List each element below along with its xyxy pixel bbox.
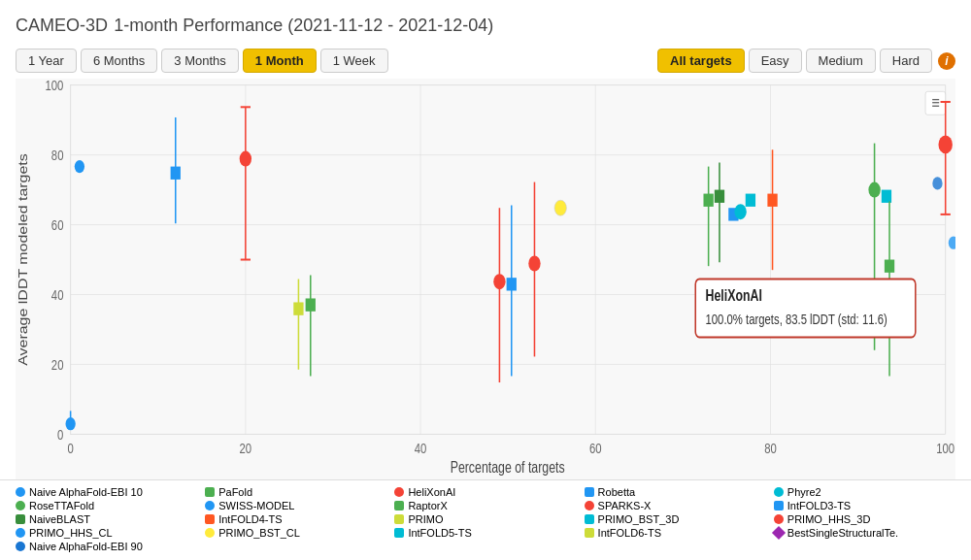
svg-point-43 — [493, 274, 505, 289]
time-btn-1month[interactable]: 1 Month — [243, 49, 317, 73]
target-button-group: All targets Easy Medium Hard i — [657, 49, 955, 73]
legend-color-raptorx — [394, 501, 404, 511]
legend-color-intfold6 — [585, 528, 594, 538]
legend-item-primo-bst3d: PRIMO_BST_3D — [585, 513, 766, 525]
legend-item-phyre2: Phyre2 — [774, 486, 955, 498]
legend-color-sparksx — [585, 501, 594, 511]
legend-color-helixon — [394, 487, 404, 497]
svg-rect-62 — [885, 260, 894, 273]
legend-color-primo-hhs3d — [774, 514, 784, 524]
time-btn-1year[interactable]: 1 Year — [16, 49, 77, 73]
legend-color-pafold — [205, 487, 215, 497]
svg-rect-45 — [507, 278, 517, 290]
app-name: CAMEO-3D — [16, 16, 108, 35]
time-btn-6months[interactable]: 6 Months — [81, 49, 157, 73]
svg-text:20: 20 — [51, 356, 64, 373]
legend-label-primo-bst3d: PRIMO_BST_3D — [598, 513, 680, 525]
legend-label-sparksx: SPARKS-X — [598, 500, 652, 511]
legend-item-bestsingle: BestSingleStructuralTe. — [774, 527, 955, 539]
legend-item-naivelblast: NaiveBLAST — [16, 513, 197, 525]
legend-item-primo-hhs3d: PRIMO_HHS_3D — [774, 513, 955, 525]
svg-rect-41 — [306, 298, 316, 311]
target-btn-medium[interactable]: Medium — [806, 49, 876, 73]
svg-rect-0 — [71, 85, 946, 435]
svg-point-47 — [528, 256, 540, 272]
legend-item-sparksx: SPARKS-X — [585, 500, 766, 511]
legend-label-bestsingle: BestSingleStructuralTe. — [787, 527, 898, 539]
legend-label-swissmodel: SWISS-MODEL — [218, 500, 294, 511]
legend-label-raptorx: RaptorX — [408, 500, 447, 511]
svg-rect-32 — [171, 167, 181, 180]
legend-label-primo: PRIMO — [408, 513, 443, 525]
legend-label-primo-hhs3d: PRIMO_HHS_3D — [787, 513, 871, 525]
target-btn-hard[interactable]: Hard — [880, 49, 932, 73]
svg-text:60: 60 — [589, 441, 602, 457]
svg-text:40: 40 — [51, 286, 64, 303]
svg-point-33 — [75, 160, 84, 173]
legend-label-rosettafold: RoseTTAFold — [29, 500, 94, 511]
legend-color-intfold5 — [394, 528, 404, 538]
time-btn-3months[interactable]: 3 Months — [161, 49, 238, 73]
svg-text:Average lDDT modeled targets: Average lDDT modeled targets — [17, 153, 30, 366]
chart-area: 100 80 60 40 20 0 0 20 40 60 80 100 Perc… — [16, 79, 955, 479]
chart-svg: 100 80 60 40 20 0 0 20 40 60 80 100 Perc… — [16, 79, 955, 479]
legend-label-naivelblast: NaiveBLAST — [29, 513, 90, 525]
svg-text:20: 20 — [240, 441, 252, 457]
toolbar: 1 Year 6 Months 3 Months 1 Month 1 Week … — [0, 43, 971, 79]
svg-text:≡: ≡ — [931, 92, 939, 113]
legend-item-intfold3: IntFOLD3-TS — [774, 500, 955, 511]
legend-item-primo-hhscl: PRIMO_HHS_CL — [16, 527, 197, 539]
header: CAMEO-3D 1-month Performance (2021-11-12… — [0, 0, 971, 43]
legend-label-intfold3: IntFOLD3-TS — [787, 500, 851, 511]
legend-label-naive-alphafold: Naive AlphaFold-EBI 10 — [29, 486, 143, 498]
svg-text:HeliXonAI: HeliXonAI — [706, 287, 762, 305]
svg-text:100: 100 — [46, 79, 64, 93]
legend-label-helixon: HeliXonAI — [408, 486, 455, 498]
legend-color-primo-bstcl — [205, 528, 215, 538]
target-btn-all[interactable]: All targets — [657, 49, 745, 73]
svg-point-59 — [868, 182, 880, 198]
legend-item-robetta: Robetta — [585, 486, 766, 498]
time-btn-1week[interactable]: 1 Week — [320, 49, 388, 73]
svg-text:Percentage of targets: Percentage of targets — [451, 459, 565, 477]
legend-label-intfold5: IntFOLD5-TS — [408, 527, 471, 539]
subtitle: 1-month Performance (2021-11-12 - 2021-1… — [114, 16, 493, 35]
legend-color-naivelblast — [16, 514, 25, 524]
svg-rect-39 — [293, 302, 303, 314]
legend-item-primo-bstcl: PRIMO_BST_CL — [205, 527, 386, 539]
legend: Naive AlphaFold-EBI 10 PaFold HeliXonAI … — [0, 479, 971, 560]
main-container: CAMEO-3D 1-month Performance (2021-11-12… — [0, 0, 971, 560]
svg-text:0: 0 — [57, 426, 63, 443]
legend-color-bestsingle — [772, 526, 786, 540]
legend-label-intfold4: IntFOLD4-TS — [218, 513, 282, 525]
info-icon[interactable]: i — [938, 52, 955, 70]
svg-rect-57 — [767, 194, 777, 207]
svg-rect-52 — [715, 190, 724, 203]
svg-point-37 — [240, 151, 251, 167]
legend-color-primo-hhscl — [16, 528, 25, 538]
legend-color-naive-alphafold — [16, 487, 25, 497]
legend-label-primo-bstcl: PRIMO_BST_CL — [218, 527, 300, 539]
svg-text:80: 80 — [764, 441, 777, 457]
legend-color-swissmodel — [205, 501, 215, 511]
svg-rect-55 — [746, 194, 755, 207]
legend-color-intfold3 — [774, 501, 784, 511]
legend-color-rosettafold — [16, 501, 25, 511]
legend-item-intfold5: IntFOLD5-TS — [394, 527, 576, 539]
svg-text:100.0% targets, 83.5 lDDT (std: 100.0% targets, 83.5 lDDT (std: 11.6) — [706, 312, 887, 328]
page-title: CAMEO-3D 1-month Performance (2021-11-12… — [16, 12, 955, 37]
svg-rect-60 — [882, 190, 891, 203]
legend-item-pafold: PaFold — [205, 486, 386, 498]
legend-label-phyre2: Phyre2 — [787, 486, 821, 498]
legend-label-primo-hhscl: PRIMO_HHS_CL — [29, 527, 113, 539]
legend-item-rosettafold: RoseTTAFold — [16, 500, 197, 511]
legend-color-intfold4 — [205, 514, 215, 524]
legend-label-robetta: Robetta — [598, 486, 636, 498]
legend-label-naive-alphafold90: Naive AlphaFold-EBI 90 — [29, 541, 143, 552]
target-btn-easy[interactable]: Easy — [749, 49, 802, 73]
svg-text:80: 80 — [51, 148, 64, 164]
legend-item-raptorx: RaptorX — [394, 500, 576, 511]
legend-item-naive-alphafold90: Naive AlphaFold-EBI 90 — [16, 541, 197, 552]
svg-point-30 — [65, 417, 75, 430]
legend-item-swissmodel: SWISS-MODEL — [205, 500, 386, 511]
